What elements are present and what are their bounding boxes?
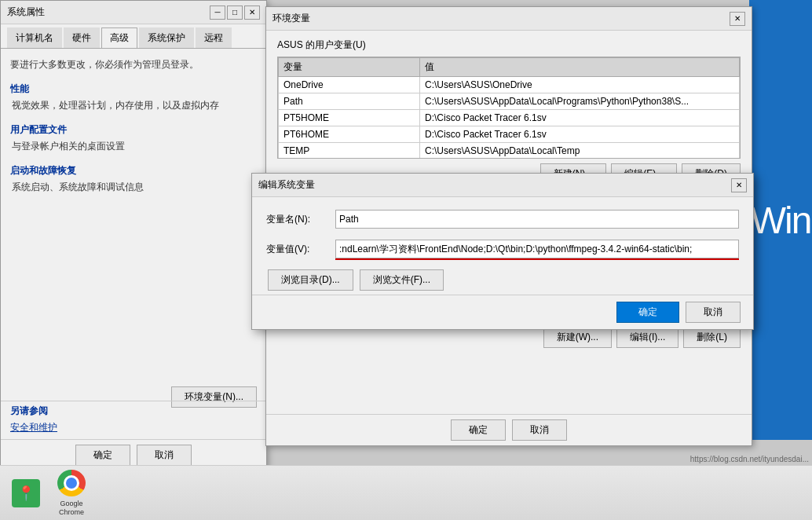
sys-props-minimize[interactable]: ─ (210, 5, 225, 20)
sys-new-btn[interactable]: 新建(W)... (543, 327, 612, 348)
edit-browse-buttons: 浏览目录(D)... 浏览文件(F)... (266, 269, 739, 291)
edit-cancel-btn[interactable]: 取消 (686, 302, 741, 323)
edit-title: 编辑系统变量 (258, 178, 315, 192)
user-var-value: C:\Users\ASUS\AppData\Local\Temp (420, 143, 740, 159)
section-performance-desc: 视觉效果，处理器计划，内存使用，以及虚拟内存 (10, 99, 257, 112)
var-name-label: 变量名(N): (266, 213, 329, 226)
env-cancel-btn[interactable]: 取消 (512, 419, 567, 441)
sys-props-note: 要进行大多数更改，你必须作为管理员登录。 (10, 58, 257, 71)
user-var-name: OneDrive (279, 77, 420, 93)
sys-props-controls: ─ □ ✕ (210, 5, 260, 20)
user-vars-table-outer: 变量 值 OneDrive C:\Users\ASUS\OneDrive Pat… (277, 57, 741, 159)
env-controls: ✕ (730, 12, 745, 26)
user-var-value: C:\Users\ASUS\OneDrive (420, 77, 740, 93)
ref-title: 另请参阅 (10, 405, 257, 418)
table-row[interactable]: PT5HOME D:\Cisco Packet Tracer 6.1sv (279, 110, 740, 126)
table-row[interactable]: PT6HOME D:\Cisco Packet Tracer 6.1sv (279, 126, 740, 143)
edit-dialog-content: 变量名(N): 变量值(V): 浏览目录(D)... 浏览文件(F)... (252, 197, 753, 303)
user-var-value: D:\Cisco Packet Tracer 6.1sv (420, 110, 740, 126)
sys-delete-btn[interactable]: 删除(L) (683, 327, 741, 348)
sys-props-ok[interactable]: 确定 (75, 445, 130, 466)
user-vars-label: ASUS 的用户变量(U) (277, 38, 741, 52)
user-vars-table: 变量 值 OneDrive C:\Users\ASUS\OneDrive Pat… (278, 57, 740, 159)
chrome-app-icon (57, 470, 86, 496)
edit-close[interactable]: ✕ (731, 178, 747, 192)
user-col-value: 值 (420, 58, 740, 77)
var-value-row: 变量值(V): (266, 240, 739, 258)
sys-props-maximize[interactable]: □ (227, 5, 243, 20)
section-startup-desc: 系统启动、系统故障和调试信息 (10, 181, 257, 194)
tab-computer-name[interactable]: 计算机名 (7, 27, 62, 48)
sys-props-content: 要进行大多数更改，你必须作为管理员登录。 性能 视觉效果，处理器计划，内存使用，… (1, 49, 266, 214)
chrome-label: Google Chrome (52, 500, 91, 517)
table-row[interactable]: TEMP C:\Users\ASUS\AppData\Local\Temp (279, 143, 740, 159)
windows-branding-panel: Win (749, 0, 812, 440)
table-row[interactable]: OneDrive C:\Users\ASUS\OneDrive (279, 77, 740, 93)
user-col-name: 变量 (279, 58, 420, 77)
env-title: 环境变量 (272, 12, 310, 25)
sys-props-title: 系统属性 (7, 5, 45, 19)
section-userprofile-desc: 与登录帐户相关的桌面设置 (10, 140, 257, 153)
var-name-input[interactable] (335, 210, 739, 229)
tab-system-protection[interactable]: 系统保护 (139, 27, 194, 48)
sys-edit-btn[interactable]: 编辑(I)... (616, 327, 678, 348)
taskbar-icon-chrome[interactable]: Google Chrome (52, 470, 91, 517)
user-vars-wrapper: 变量 值 OneDrive C:\Users\ASUS\OneDrive Pat… (277, 57, 741, 159)
tab-advanced[interactable]: 高级 (101, 27, 137, 48)
user-var-value: D:\Cisco Packet Tracer 6.1sv (420, 126, 740, 143)
browse-file-btn[interactable]: 浏览文件(F)... (360, 269, 444, 291)
section-performance-title: 性能 (10, 82, 257, 96)
sys-props-titlebar: 系统属性 ─ □ ✕ (1, 1, 266, 24)
browse-folder-btn[interactable]: 浏览目录(D)... (268, 269, 353, 291)
user-var-name: TEMP (279, 143, 420, 159)
env-footer: 确定 取消 (266, 414, 752, 445)
taskbar-icon-maps[interactable]: 📍 (6, 470, 46, 517)
edit-dialog: 编辑系统变量 ✕ 变量名(N): 变量值(V): 浏览目录(D)... 浏览文件… (251, 173, 754, 330)
sys-props-window: 系统属性 ─ □ ✕ 计算机名 硬件 高级 系统保护 远程 要进行大多数更改，你… (0, 0, 267, 471)
edit-controls: ✕ (731, 178, 747, 192)
user-var-name: PT5HOME (279, 110, 420, 126)
user-var-name: PT6HOME (279, 126, 420, 143)
edit-footer: 确定 取消 (252, 295, 753, 329)
ref-link[interactable]: 安全和维护 (10, 421, 257, 434)
env-titlebar: 环境变量 ✕ (266, 7, 752, 31)
url-bar: https://blog.csdn.net/ityundesdai... (655, 453, 812, 465)
tab-hardware[interactable]: 硬件 (64, 27, 100, 48)
var-name-row: 变量名(N): (266, 210, 739, 229)
var-value-input[interactable] (335, 240, 739, 258)
user-var-value: C:\Users\ASUS\AppData\Local\Programs\Pyt… (420, 93, 740, 110)
env-ok-btn[interactable]: 确定 (451, 419, 506, 441)
env-close[interactable]: ✕ (730, 12, 745, 26)
edit-titlebar: 编辑系统变量 ✕ (252, 174, 753, 197)
sys-props-tabs: 计算机名 硬件 高级 系统保护 远程 (1, 24, 266, 49)
url-text: https://blog.csdn.net/ityundesdai... (690, 455, 809, 463)
windows-logo-text: Win (751, 199, 811, 242)
sys-props-cancel[interactable]: 取消 (137, 445, 192, 466)
tab-remote[interactable]: 远程 (196, 27, 232, 48)
sys-props-close[interactable]: ✕ (244, 5, 260, 20)
taskbar: 📍 Google Chrome (0, 465, 812, 520)
edit-ok-btn[interactable]: 确定 (616, 302, 679, 323)
var-value-label: 变量值(V): (266, 243, 329, 256)
section-startup-title: 启动和故障恢复 (10, 164, 257, 178)
maps-app-icon: 📍 (12, 479, 40, 507)
table-row[interactable]: Path C:\Users\ASUS\AppData\Local\Program… (279, 93, 740, 110)
user-var-name: Path (279, 93, 420, 110)
sys-var-buttons: 新建(W)... 编辑(I)... 删除(L) (277, 327, 741, 348)
section-userprofile-title: 用户配置文件 (10, 123, 257, 137)
